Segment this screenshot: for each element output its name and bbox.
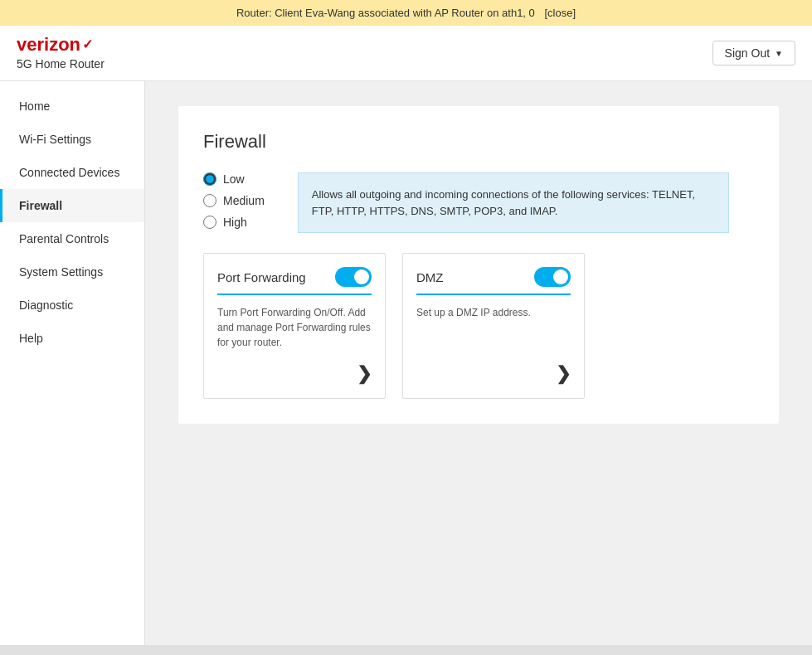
sidebar-label-home: Home	[19, 99, 50, 113]
sidebar-label-diagnostic: Diagnostic	[19, 298, 73, 312]
sidebar-item-help[interactable]: Help	[0, 322, 144, 355]
dmz-desc: Set up a DMZ IP address.	[416, 305, 571, 350]
radio-medium[interactable]: Medium	[203, 194, 265, 207]
port-forwarding-divider	[217, 294, 372, 295]
dmz-divider	[416, 294, 571, 295]
radio-low[interactable]: Low	[203, 172, 265, 186]
logo: verizon✓	[17, 36, 105, 54]
sidebar-item-system-settings[interactable]: System Settings	[0, 255, 144, 289]
main-layout: Home Wi-Fi Settings Connected Devices Fi…	[0, 81, 812, 655]
radio-low-input[interactable]	[203, 172, 216, 186]
port-forwarding-title: Port Forwarding	[217, 270, 306, 284]
firewall-info-text: Allows all outgoing and incoming connect…	[312, 188, 695, 217]
port-forwarding-arrow[interactable]: ❯	[217, 363, 372, 385]
sidebar-label-wifi-settings: Wi-Fi Settings	[19, 133, 91, 146]
radio-high-input[interactable]	[203, 216, 216, 229]
content-inner: Firewall Low Medium High	[178, 106, 779, 424]
content-area: Firewall Low Medium High	[145, 81, 812, 655]
sidebar-item-parental-controls[interactable]: Parental Controls	[0, 222, 144, 255]
cards-row: Port Forwarding Turn Port Forwarding On/…	[203, 253, 754, 399]
firewall-radio-group: Low Medium High	[203, 172, 265, 233]
notification-text: Router: Client Eva-Wang associated with …	[236, 7, 535, 19]
firewall-info-box: Allows all outgoing and incoming connect…	[298, 172, 729, 233]
notification-bar: Router: Client Eva-Wang associated with …	[0, 0, 812, 26]
sidebar-label-firewall: Firewall	[19, 199, 62, 212]
radio-medium-input[interactable]	[203, 194, 216, 207]
dmz-toggle-track	[534, 267, 571, 287]
toggle-thumb	[354, 269, 369, 284]
port-forwarding-desc: Turn Port Forwarding On/Off. Add and man…	[217, 305, 372, 350]
sidebar-label-system-settings: System Settings	[19, 265, 103, 279]
toggle-track	[335, 267, 372, 287]
sign-out-button[interactable]: Sign Out ▼	[712, 41, 795, 66]
dropdown-arrow-icon: ▼	[775, 49, 783, 58]
sidebar-item-home[interactable]: Home	[0, 90, 144, 123]
notification-close[interactable]: [close]	[544, 7, 576, 19]
sidebar-item-connected-devices[interactable]: Connected Devices	[0, 156, 144, 189]
radio-medium-label: Medium	[223, 194, 265, 207]
sidebar: Home Wi-Fi Settings Connected Devices Fi…	[0, 81, 145, 655]
port-forwarding-toggle[interactable]	[335, 267, 372, 287]
sidebar-item-wifi-settings[interactable]: Wi-Fi Settings	[0, 123, 144, 156]
sign-out-label: Sign Out	[725, 46, 770, 60]
dmz-header: DMZ	[416, 267, 571, 287]
port-forwarding-card: Port Forwarding Turn Port Forwarding On/…	[203, 253, 386, 399]
dmz-card: DMZ Set up a DMZ IP address. ❯	[402, 253, 585, 399]
dmz-toggle[interactable]	[534, 267, 571, 287]
dmz-title: DMZ	[416, 270, 444, 284]
port-forwarding-header: Port Forwarding	[217, 267, 372, 287]
firewall-options: Low Medium High Allows all outgoing and …	[203, 172, 754, 233]
sidebar-label-parental-controls: Parental Controls	[19, 232, 109, 245]
dmz-toggle-thumb	[553, 269, 568, 284]
radio-high-label: High	[223, 216, 247, 229]
logo-area: verizon✓ 5G Home Router	[17, 36, 105, 70]
logo-name: verizon	[17, 36, 80, 54]
sidebar-item-diagnostic[interactable]: Diagnostic	[0, 289, 144, 322]
dmz-arrow[interactable]: ❯	[416, 363, 571, 385]
sidebar-label-connected-devices: Connected Devices	[19, 166, 119, 179]
scrollbar[interactable]	[0, 645, 812, 655]
logo-checkmark: ✓	[82, 38, 93, 51]
radio-low-label: Low	[223, 172, 245, 186]
app-subtitle: 5G Home Router	[17, 57, 105, 70]
sidebar-label-help: Help	[19, 332, 43, 345]
radio-high[interactable]: High	[203, 216, 265, 229]
header: verizon✓ 5G Home Router Sign Out ▼	[0, 26, 812, 81]
sidebar-item-firewall[interactable]: Firewall	[0, 189, 144, 222]
page-title: Firewall	[203, 131, 754, 153]
